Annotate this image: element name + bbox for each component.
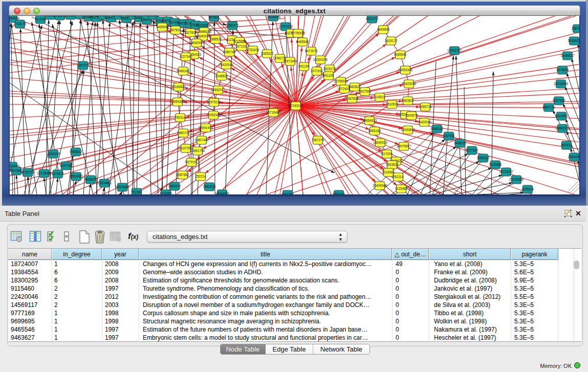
svg-text:6466162: 6466162 <box>177 69 190 73</box>
svg-text:6466162: 6466162 <box>368 129 381 133</box>
svg-text:15716485: 15716485 <box>37 171 52 175</box>
svg-text:891295: 891295 <box>323 74 334 77</box>
svg-text:9327508: 9327508 <box>553 99 565 102</box>
svg-text:2935114: 2935114 <box>521 187 534 191</box>
svg-text:39975857: 39975857 <box>397 144 411 148</box>
svg-text:13524861: 13524861 <box>97 181 112 185</box>
svg-text:13692971: 13692971 <box>555 126 570 130</box>
svg-text:1167531: 1167531 <box>443 134 455 138</box>
svg-text:24420046: 24420046 <box>219 63 234 67</box>
svg-text:20691406: 20691406 <box>199 126 213 129</box>
svg-text:887831: 887831 <box>561 143 572 147</box>
svg-text:18300295: 18300295 <box>313 58 328 61</box>
svg-text:7357274: 7357274 <box>77 63 90 67</box>
svg-text:9465546: 9465546 <box>394 53 407 56</box>
svg-text:19654923: 19654923 <box>362 119 377 122</box>
svg-text:12093847: 12093847 <box>401 128 416 132</box>
svg-text:17240022: 17240022 <box>289 104 303 107</box>
svg-text:19958117: 19958117 <box>560 54 575 57</box>
svg-text:16961758: 16961758 <box>190 149 205 152</box>
svg-text:9463627: 9463627 <box>402 99 415 102</box>
svg-text:9329966: 9329966 <box>489 163 502 166</box>
svg-text:7955812: 7955812 <box>70 150 82 154</box>
svg-text:9463627: 9463627 <box>349 85 361 89</box>
svg-text:2364436: 2364436 <box>568 155 580 159</box>
svg-text:23226058: 23226058 <box>509 178 524 181</box>
svg-text:1549575: 1549575 <box>405 114 418 117</box>
svg-text:20756928: 20756928 <box>291 31 306 35</box>
svg-text:1880726: 1880726 <box>542 105 555 109</box>
svg-text:13524861: 13524861 <box>69 174 84 178</box>
svg-text:16782759: 16782759 <box>20 170 35 174</box>
svg-text:9115460: 9115460 <box>395 187 408 190</box>
svg-text:1753426: 1753426 <box>247 48 259 52</box>
svg-text:887831: 887831 <box>170 28 181 32</box>
svg-text:10973493: 10973493 <box>283 59 298 63</box>
svg-text:6379197: 6379197 <box>185 160 198 164</box>
svg-text:20053346: 20053346 <box>398 68 413 72</box>
svg-text:9227342: 9227342 <box>60 164 73 167</box>
svg-text:12975115: 12975115 <box>207 100 221 104</box>
svg-text:817006: 817006 <box>35 17 46 21</box>
svg-text:18300295: 18300295 <box>46 152 61 156</box>
svg-text:252214: 252214 <box>195 174 206 178</box>
svg-text:1065322: 1065322 <box>261 52 274 55</box>
svg-text:1527602: 1527602 <box>184 31 197 34</box>
svg-text:13692971: 13692971 <box>211 88 226 92</box>
svg-text:12942757: 12942757 <box>447 49 462 52</box>
svg-text:7386372: 7386372 <box>226 24 239 27</box>
svg-text:2367608: 2367608 <box>346 97 359 100</box>
svg-text:6379197: 6379197 <box>52 172 64 176</box>
svg-text:7357274: 7357274 <box>312 138 324 142</box>
svg-text:18640910: 18640910 <box>195 34 210 38</box>
svg-text:19166825: 19166825 <box>171 85 186 89</box>
svg-text:2367608: 2367608 <box>572 27 580 30</box>
svg-text:780314: 780314 <box>175 116 186 119</box>
svg-text:891295: 891295 <box>298 64 310 68</box>
svg-text:18724007: 18724007 <box>499 170 514 173</box>
svg-text:1562615: 1562615 <box>203 185 216 188</box>
svg-text:1065322: 1065322 <box>477 156 490 160</box>
svg-text:9227342: 9227342 <box>180 55 192 58</box>
svg-text:9465546: 9465546 <box>156 25 169 29</box>
svg-text:2087682: 2087682 <box>177 173 189 177</box>
svg-text:3624554: 3624554 <box>555 114 568 118</box>
svg-text:4055714: 4055714 <box>419 105 432 108</box>
svg-text:19654985: 19654985 <box>170 100 185 103</box>
svg-text:39975857: 39975857 <box>115 185 130 189</box>
svg-text:19218506: 19218506 <box>196 24 211 27</box>
svg-text:9699695: 9699695 <box>377 28 390 31</box>
svg-text:9227342: 9227342 <box>466 148 478 152</box>
svg-text:1615172: 1615172 <box>385 39 398 42</box>
svg-text:1880726: 1880726 <box>177 131 190 135</box>
svg-text:2718170: 2718170 <box>14 22 27 26</box>
svg-text:18640910: 18640910 <box>373 141 388 144</box>
svg-text:9465546: 9465546 <box>296 40 309 43</box>
svg-text:7663822: 7663822 <box>386 163 399 166</box>
svg-text:1615172: 1615172 <box>323 67 336 71</box>
svg-text:887831: 887831 <box>208 16 220 19</box>
svg-text:252214: 252214 <box>393 175 404 179</box>
svg-text:19218506: 19218506 <box>554 82 569 85</box>
svg-text:8471676: 8471676 <box>305 49 318 53</box>
svg-text:9115460: 9115460 <box>382 170 395 174</box>
svg-text:20053346: 20053346 <box>206 113 221 117</box>
svg-text:1562615: 1562615 <box>168 184 181 188</box>
svg-text:24420046: 24420046 <box>417 120 432 124</box>
svg-text:1498222: 1498222 <box>454 141 467 145</box>
svg-text:15409948: 15409948 <box>373 184 387 187</box>
svg-text:19384554: 19384554 <box>10 16 19 20</box>
svg-text:7632621: 7632621 <box>386 102 399 106</box>
svg-text:1621072: 1621072 <box>366 17 379 20</box>
svg-text:10807487: 10807487 <box>194 138 209 142</box>
svg-text:9699695: 9699695 <box>84 178 97 181</box>
svg-text:1588520: 1588520 <box>209 37 222 41</box>
svg-text:22420046: 22420046 <box>402 82 417 85</box>
svg-text:114519: 114519 <box>375 95 385 99</box>
svg-text:15716485: 15716485 <box>266 111 281 114</box>
svg-text:20756928: 20756928 <box>334 79 349 83</box>
svg-text:9427552: 9427552 <box>359 90 372 93</box>
svg-text:9146821: 9146821 <box>215 74 228 78</box>
svg-text:5938923: 5938923 <box>568 39 580 42</box>
svg-text:6466162: 6466162 <box>431 127 444 130</box>
